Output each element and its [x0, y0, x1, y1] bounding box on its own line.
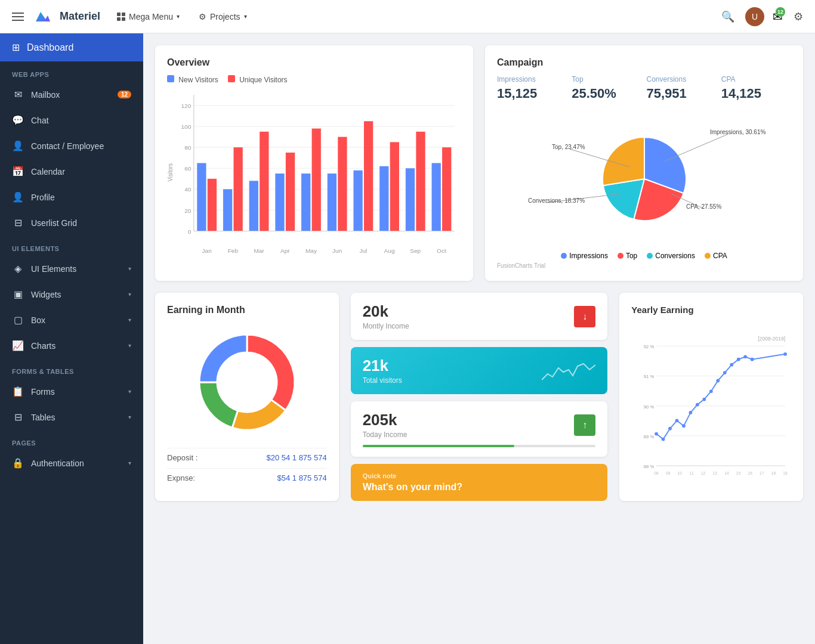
sidebar-item-box[interactable]: ▢ Box ▾: [0, 307, 143, 333]
down-arrow-icon: ↓: [582, 311, 587, 322]
today-income-progress: [363, 445, 596, 447]
sidebar-item-userlist-grid[interactable]: ⊟ Userlist Grid: [0, 210, 143, 236]
fusioncharts-trial-label: FusionCharts Trial: [497, 262, 791, 269]
svg-text:90 %: 90 %: [644, 404, 655, 410]
sidebar-item-chat[interactable]: 💬 Chat: [0, 107, 143, 133]
hamburger-button[interactable]: [10, 10, 26, 23]
chat-icon: 💬: [12, 114, 24, 126]
unique-visitors-legend: Unique Visitors: [228, 75, 288, 84]
yearly-earning-card: Yearly Earning 92 %91 %90 %89 %88 %[2008…: [619, 293, 803, 501]
svg-rect-16: [208, 179, 217, 231]
sidebar-section-ui: UI Elements: [0, 236, 143, 256]
sidebar-item-contact-employee[interactable]: 👤 Contact / Employee: [0, 133, 143, 159]
svg-text:20: 20: [184, 208, 192, 214]
main-content: Overview New Visitors Unique Visitors 02…: [143, 33, 815, 644]
svg-rect-42: [432, 163, 441, 231]
svg-text:10: 10: [678, 471, 683, 475]
avatar[interactable]: U: [745, 7, 764, 26]
today-income-btn[interactable]: ↑: [574, 414, 595, 436]
svg-point-68: [668, 427, 672, 431]
megamenu-grid-icon: [117, 13, 125, 21]
cpa-value: 14,125: [721, 86, 791, 101]
avatar-initials: U: [752, 12, 758, 21]
svg-point-66: [655, 432, 659, 436]
search-button[interactable]: 🔍: [719, 8, 737, 26]
projects-button[interactable]: ⚙ Projects ▾: [192, 8, 254, 25]
svg-text:80: 80: [184, 145, 192, 151]
svg-text:Apr: Apr: [280, 247, 290, 254]
monthly-income-card: 20k Montly Income ↓: [351, 293, 608, 340]
projects-chevron-icon: ▾: [244, 13, 247, 20]
sidebar-item-label: Userlist Grid: [31, 218, 77, 228]
conversions-dot: [647, 253, 653, 259]
widgets-icon: ▣: [12, 289, 24, 300]
sidebar-item-label: Tables: [31, 413, 55, 422]
svg-rect-25: [286, 153, 295, 231]
svg-line-47: [665, 134, 728, 161]
svg-text:88 %: 88 %: [644, 464, 655, 469]
mail-badge: 12: [776, 7, 785, 17]
yearly-earning-chart: 92 %91 %90 %89 %88 %[2008-2019]080910111…: [631, 320, 791, 487]
sidebar-item-profile[interactable]: 👤 Profile: [0, 184, 143, 210]
svg-text:120: 120: [181, 103, 192, 109]
sidebar-item-label: Charts: [31, 341, 55, 351]
quick-note-label: Quick note: [363, 472, 596, 479]
today-income-value: 205k: [363, 411, 407, 429]
sidebar-item-widgets[interactable]: ▣ Widgets ▾: [0, 281, 143, 307]
svg-text:Feb: Feb: [228, 247, 238, 254]
tables-icon: ⊟: [12, 411, 24, 423]
sidebar-item-label: Chat: [31, 116, 49, 125]
monthly-income-btn[interactable]: ↓: [574, 306, 595, 327]
yearly-earning-title: Yearly Earning: [631, 305, 791, 315]
today-income-card: 205k Today Income ↑: [351, 401, 608, 457]
campaign-stats: Impressions 15,125 Top 25.50% Conversion…: [497, 75, 791, 101]
svg-rect-18: [223, 189, 232, 231]
chart-legend: New Visitors Unique Visitors: [167, 75, 461, 84]
sidebar-item-dashboard[interactable]: ⊞ Dashboard: [0, 33, 143, 61]
expense-row: Expnse: $54 1 875 574: [167, 468, 327, 482]
sidebar-item-mailbox[interactable]: ✉ Mailbox 12: [0, 82, 143, 107]
svg-rect-28: [312, 129, 321, 231]
sidebar-item-label: Mailbox: [31, 90, 60, 100]
sidebar-item-tables[interactable]: ⊟ Tables ▾: [0, 404, 143, 430]
mega-menu-button[interactable]: Mega Menu ▾: [110, 8, 187, 25]
sidebar-item-calendar[interactable]: 📅 Calendar: [0, 159, 143, 184]
projects-gear-icon: ⚙: [199, 12, 206, 21]
sidebar-item-ui-elements[interactable]: ◈ UI Elements ▾: [0, 256, 143, 281]
sidebar-item-label: Contact / Employee: [31, 141, 104, 151]
cpa-legend-label: CPA: [713, 252, 727, 260]
campaign-pie-chart: Impressions, 30.61%Top, 23.47%Conversion…: [497, 113, 791, 244]
quick-note-card: Quick note What's on your mind?: [351, 464, 608, 501]
sidebar-item-label: Calendar: [31, 167, 65, 177]
overview-bar-chart: 020406080100120VisitorsJanFebMarAprMayJu…: [167, 89, 461, 256]
campaign-card: Campaign Impressions 15,125 Top 25.50% C…: [485, 45, 803, 281]
quick-note-text: What's on your mind?: [363, 482, 596, 493]
stat-impressions: Impressions 15,125: [497, 75, 567, 101]
svg-text:13: 13: [713, 471, 718, 475]
sidebar-item-authentication[interactable]: 🔒 Authentication ▾: [0, 450, 143, 476]
svg-point-71: [689, 411, 693, 414]
svg-rect-30: [328, 174, 337, 231]
svg-text:92 %: 92 %: [644, 344, 655, 349]
impressions-value: 15,125: [497, 86, 567, 101]
top-value: 25.50%: [572, 86, 641, 101]
donut-chart: [167, 323, 327, 442]
svg-rect-43: [442, 147, 451, 231]
mega-menu-label: Mega Menu: [129, 12, 173, 21]
svg-text:Jan: Jan: [202, 247, 212, 254]
hamburger-icon: [12, 13, 24, 21]
conversions-value: 75,951: [647, 86, 717, 101]
sparkline-chart: [542, 359, 595, 383]
expense-value: $54 1 875 574: [277, 473, 327, 482]
svg-rect-36: [379, 166, 388, 231]
chevron-down-icon: ▾: [128, 342, 131, 349]
logo-icon: [33, 7, 53, 26]
svg-text:89 %: 89 %: [644, 434, 655, 439]
svg-text:Mar: Mar: [254, 247, 264, 254]
ui-elements-icon: ◈: [12, 263, 24, 274]
top-dot: [618, 253, 623, 259]
settings-button[interactable]: ⚙: [791, 8, 805, 26]
sidebar-item-charts[interactable]: 📈 Charts ▾: [0, 333, 143, 358]
sidebar-item-forms[interactable]: 📋 Forms ▾: [0, 379, 143, 404]
mail-button[interactable]: ✉ 12: [773, 10, 783, 24]
